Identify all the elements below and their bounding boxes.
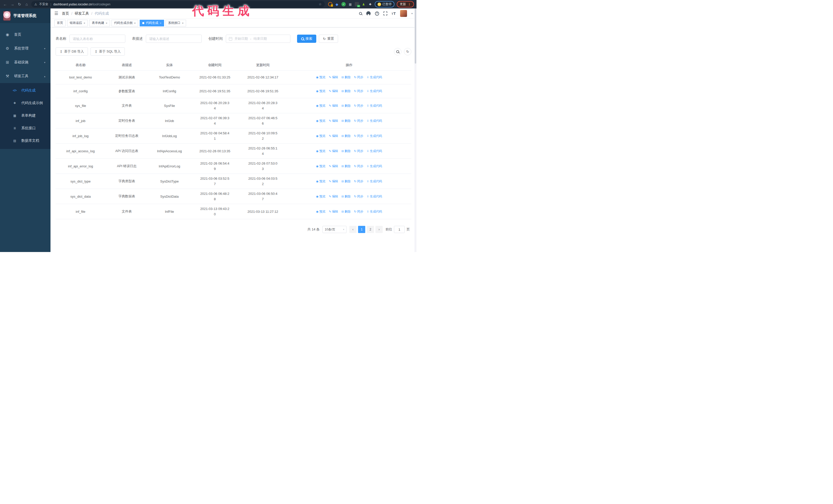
action-preview-link[interactable]: ◉ 预览 <box>316 179 326 184</box>
action-delete-link[interactable]: ⊟ 删除 <box>341 164 351 168</box>
action-generate-link[interactable]: ⇩ 生成代码 <box>367 75 382 79</box>
action-preview-link[interactable]: ◉ 预览 <box>316 149 326 153</box>
extension-icon-grid[interactable]: ▦ <box>348 2 352 6</box>
action-delete-link[interactable]: ⊟ 删除 <box>341 89 351 93</box>
scrollbar-thumb[interactable] <box>415 8 416 64</box>
page-number-button[interactable]: 2 <box>367 226 374 233</box>
action-edit-link[interactable]: ✎ 编辑 <box>329 210 338 214</box>
action-sync-link[interactable]: ↻ 同步 <box>354 119 363 123</box>
extensions-puzzle-icon[interactable]: ❖ <box>368 2 373 6</box>
action-preview-link[interactable]: ◉ 预览 <box>316 210 326 214</box>
user-avatar[interactable] <box>400 10 407 17</box>
extension-icon-orange[interactable]: 1 <box>328 2 332 6</box>
security-label[interactable]: 不安全 <box>39 2 48 6</box>
tab-codegen-demo[interactable]: 代码生成示例 × <box>112 20 138 26</box>
action-delete-link[interactable]: ⊟ 删除 <box>341 103 351 108</box>
action-generate-link[interactable]: ⇩ 生成代码 <box>367 210 382 214</box>
breadcrumb-home[interactable]: 首页 <box>62 11 69 16</box>
close-icon[interactable]: × <box>84 22 85 25</box>
action-sync-link[interactable]: ↻ 同步 <box>354 210 363 214</box>
sidebar-item-system-api[interactable]: ≣ 系统接口 <box>0 122 50 134</box>
action-generate-link[interactable]: ⇩ 生成代码 <box>367 134 382 138</box>
action-generate-link[interactable]: ⇩ 生成代码 <box>367 103 382 108</box>
action-edit-link[interactable]: ✎ 编辑 <box>329 134 338 138</box>
action-delete-link[interactable]: ⊟ 删除 <box>341 134 351 138</box>
date-start-placeholder[interactable]: 开始日期 <box>235 37 248 41</box>
action-sync-link[interactable]: ↻ 同步 <box>354 89 363 93</box>
action-generate-link[interactable]: ⇩ 生成代码 <box>367 164 382 168</box>
action-generate-link[interactable]: ⇩ 生成代码 <box>367 179 382 184</box>
action-sync-link[interactable]: ↻ 同步 <box>354 179 363 184</box>
close-icon[interactable]: × <box>182 22 184 25</box>
action-sync-link[interactable]: ↻ 同步 <box>354 194 363 199</box>
action-delete-link[interactable]: ⊟ 删除 <box>341 194 351 199</box>
date-range-picker[interactable]: 开始日期 - 结束日期 <box>226 34 290 43</box>
action-edit-link[interactable]: ✎ 编辑 <box>329 194 338 199</box>
user-menu-caret-icon[interactable]: ▾ <box>411 12 413 15</box>
action-delete-link[interactable]: ⊟ 删除 <box>341 210 351 214</box>
action-sync-link[interactable]: ↻ 同步 <box>354 149 363 153</box>
close-icon[interactable]: × <box>134 22 136 25</box>
action-delete-link[interactable]: ⊟ 删除 <box>341 179 351 184</box>
page-size-select[interactable]: 10条/页 ▾ <box>323 226 347 233</box>
logo-area[interactable]: 芋道管理系统 <box>0 8 50 23</box>
action-preview-link[interactable]: ◉ 预览 <box>316 103 326 108</box>
action-sync-link[interactable]: ↻ 同步 <box>354 164 363 168</box>
reset-button[interactable]: ↻ 重置 <box>319 34 338 43</box>
refresh-circle-button[interactable]: ↻ <box>404 48 411 55</box>
tab-form-builder[interactable]: 表单构建 × <box>89 20 110 26</box>
date-end-placeholder[interactable]: 结束日期 <box>254 37 267 41</box>
page-number-button[interactable]: 1 <box>358 226 365 233</box>
action-sync-link[interactable]: ↻ 同步 <box>354 134 363 138</box>
action-delete-link[interactable]: ⊟ 删除 <box>341 75 351 79</box>
sidebar-item-form-builder[interactable]: ▦ 表单构建 <box>0 109 50 122</box>
address-bar[interactable]: ⚠ 不安全 | dashboard.yudao.iocoder.cn/tool/… <box>31 1 325 7</box>
action-preview-link[interactable]: ◉ 预览 <box>316 194 326 199</box>
tab-codegen[interactable]: 代码生成 × <box>140 20 164 26</box>
action-generate-link[interactable]: ⇩ 生成代码 <box>367 119 382 123</box>
action-generate-link[interactable]: ⇩ 生成代码 <box>367 89 382 93</box>
action-edit-link[interactable]: ✎ 编辑 <box>329 164 338 168</box>
page-scrollbar[interactable] <box>414 8 416 252</box>
show-search-circle-button[interactable] <box>394 48 401 55</box>
tab-system-api[interactable]: 系统接口 × <box>166 20 186 26</box>
fullscreen-icon[interactable] <box>383 11 387 16</box>
browser-update-button[interactable]: 更新 ⋮ <box>397 1 414 7</box>
action-delete-link[interactable]: ⊟ 删除 <box>341 149 351 153</box>
tab-home[interactable]: 首页 <box>54 20 66 26</box>
import-db-button[interactable]: ↥ 基于 DB 导入 <box>56 47 88 56</box>
back-icon[interactable]: ← <box>3 2 8 6</box>
github-icon[interactable] <box>366 11 371 16</box>
action-preview-link[interactable]: ◉ 预览 <box>316 75 326 79</box>
next-page-button[interactable]: › <box>376 226 383 233</box>
extension-icon-switch[interactable]: on <box>355 2 359 6</box>
home-icon[interactable]: ⌂ <box>24 2 29 6</box>
url-text[interactable]: dashboard.yudao.iocoder.cn/tool/codegen <box>53 3 111 6</box>
font-size-icon[interactable]: TT <box>391 11 396 16</box>
sidebar-item-db-doc[interactable]: ▤ 数据库文档 <box>0 134 50 147</box>
action-edit-link[interactable]: ✎ 编辑 <box>329 119 338 123</box>
import-sql-button[interactable]: ↥ 基于 SQL 导入 <box>91 47 125 56</box>
reload-icon[interactable]: ↻ <box>17 2 22 7</box>
close-icon[interactable]: × <box>160 22 161 25</box>
tab-trace[interactable]: 链路追踪 × <box>67 20 88 26</box>
action-preview-link[interactable]: ◉ 预览 <box>316 89 326 93</box>
sidebar-item-infra[interactable]: ⊞ 基础设施 ▾ <box>0 55 50 69</box>
search-button[interactable]: 搜索 <box>297 34 316 43</box>
table-desc-input[interactable] <box>146 34 202 43</box>
extension-icon-robot[interactable]: ♟ <box>361 2 366 6</box>
action-generate-link[interactable]: ⇩ 生成代码 <box>367 194 382 199</box>
action-sync-link[interactable]: ↻ 同步 <box>354 75 363 79</box>
action-preview-link[interactable]: ◉ 预览 <box>316 134 326 138</box>
table-name-input[interactable] <box>69 34 125 43</box>
action-edit-link[interactable]: ✎ 编辑 <box>329 89 338 93</box>
action-edit-link[interactable]: ✎ 编辑 <box>329 179 338 184</box>
sidebar-item-devtool[interactable]: ⚒ 研发工具 ▴ <box>0 69 50 83</box>
action-edit-link[interactable]: ✎ 编辑 <box>329 75 338 79</box>
action-generate-link[interactable]: ⇩ 生成代码 <box>367 149 382 153</box>
action-sync-link[interactable]: ↻ 同步 <box>354 103 363 108</box>
goto-page-input[interactable] <box>394 226 405 233</box>
forward-icon[interactable]: → <box>10 2 15 6</box>
sidebar-item-home[interactable]: ◉ 首页 <box>0 28 50 42</box>
breadcrumb-devtools[interactable]: 研发工具 <box>75 11 89 16</box>
